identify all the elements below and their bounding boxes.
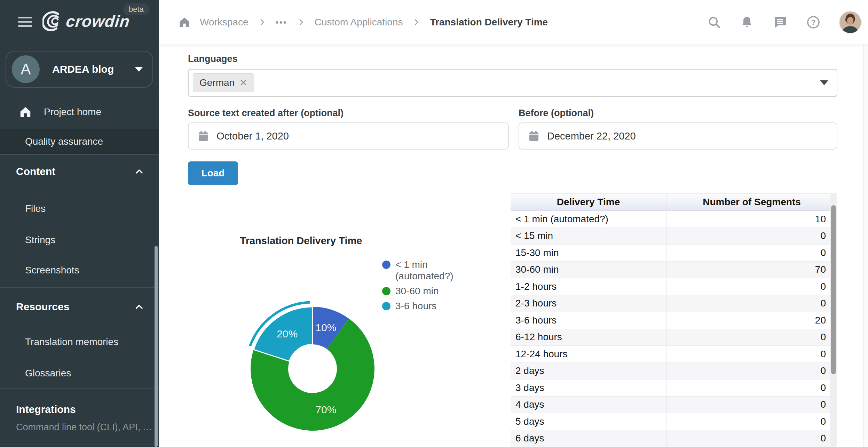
cell-number-of-segments: 0: [666, 380, 837, 396]
table-row[interactable]: 3 days0: [511, 380, 837, 397]
menu-icon[interactable]: [18, 17, 32, 27]
legend-label: 30-60 min: [395, 285, 439, 297]
table-row[interactable]: 30-60 min70: [511, 262, 837, 279]
chevron-right-icon: [297, 18, 306, 27]
sidebar-item-translation-memories[interactable]: Translation memories: [0, 328, 159, 356]
legend-item[interactable]: 30-60 min: [382, 285, 497, 297]
before-date-value: December 22, 2020: [547, 130, 636, 142]
breadcrumb-ellipsis[interactable]: •••: [276, 17, 287, 27]
sidebar-section-resources[interactable]: Resources: [0, 289, 159, 324]
svg-text:?: ?: [811, 18, 816, 27]
chevron-right-icon: [412, 18, 421, 27]
calendar-icon: [198, 130, 209, 142]
breadcrumb: Workspace ••• Custom Applications Transl…: [178, 0, 548, 45]
chat-icon[interactable]: [773, 15, 787, 30]
table-scrollbar-thumb[interactable]: [831, 205, 836, 374]
cell-delivery-time: 3-6 hours: [511, 312, 666, 329]
cell-delivery-time: < 15 min: [511, 228, 666, 245]
main-content: Languages German✕ Source text created af…: [159, 45, 868, 447]
before-date-label: Before (optional): [519, 108, 594, 119]
table-row[interactable]: < 1 min (automated?)10: [511, 211, 837, 228]
table-row[interactable]: 12-24 hours0: [511, 346, 837, 363]
table-row[interactable]: 4 days0: [511, 397, 837, 414]
table-header: Delivery Time Number of Segments: [511, 193, 837, 211]
crowdin-logo[interactable]: crowdin: [42, 10, 130, 32]
cell-delivery-time: 30-60 min: [511, 262, 666, 278]
cell-delivery-time: 1-2 hours: [511, 278, 666, 295]
legend-item[interactable]: 3-6 hours: [382, 300, 497, 312]
sidebar-section-integrations[interactable]: Integrations: [0, 392, 159, 427]
breadcrumb-custom-applications[interactable]: Custom Applications: [315, 17, 403, 28]
column-header-number-of-segments[interactable]: Number of Segments: [666, 194, 837, 210]
bell-icon[interactable]: [740, 15, 754, 29]
caret-down-icon: [135, 67, 143, 72]
table-row[interactable]: 15-30 min0: [511, 245, 837, 262]
cell-number-of-segments: 0: [666, 295, 837, 312]
cell-number-of-segments: 0: [666, 278, 837, 295]
cell-delivery-time: 6 days: [511, 430, 666, 447]
language-chips: German✕: [189, 73, 254, 92]
sidebar-item-strings[interactable]: Strings: [0, 226, 159, 254]
cell-delivery-time: 2 days: [511, 363, 666, 380]
cell-number-of-segments: 0: [666, 413, 837, 430]
table-row[interactable]: 6 days0: [511, 430, 837, 447]
table-scrollbar-track[interactable]: [830, 193, 837, 447]
legend-dot-icon: [382, 287, 390, 295]
divider: [0, 287, 159, 288]
languages-select[interactable]: German✕: [188, 69, 837, 97]
calendar-icon: [528, 130, 539, 142]
cell-delivery-time: < 1 min (automated?): [511, 211, 666, 228]
sidebar-item-quality-assurance[interactable]: Quality assurance: [0, 129, 159, 154]
project-selector[interactable]: A ARDEA blog: [6, 51, 153, 88]
sidebar-item-project-home[interactable]: Project home: [0, 95, 159, 129]
crowdin-logo-mark: [42, 10, 64, 32]
cell-number-of-segments: 10: [666, 211, 837, 228]
legend-item[interactable]: < 1 min(automated?): [382, 259, 497, 282]
table-row[interactable]: < 15 min0: [511, 228, 837, 245]
legend-dot-icon: [382, 261, 390, 269]
sidebar-section-content[interactable]: Content: [0, 154, 159, 189]
chevron-up-icon: [134, 301, 145, 312]
chevron-up-icon: [134, 166, 145, 177]
app-window: beta crowdin A ARDEA blog: [0, 0, 868, 447]
help-icon[interactable]: ?: [806, 15, 821, 30]
segments-table: Delivery Time Number of Segments < 1 min…: [511, 193, 837, 447]
after-date-input[interactable]: October 1, 2020: [188, 122, 509, 150]
donut-chart[interactable]: 10%70%20%: [239, 296, 386, 442]
breadcrumb-current-page: Translation Delivery Time: [430, 17, 548, 28]
table-row[interactable]: 2 days0: [511, 363, 837, 380]
table-row[interactable]: 2-3 hours0: [511, 295, 837, 312]
before-date-input[interactable]: December 22, 2020: [519, 122, 837, 150]
slice-percent-label: 20%: [277, 328, 298, 340]
table-row[interactable]: 3-6 hours20: [511, 312, 837, 329]
table-row[interactable]: 1-2 hours0: [511, 278, 837, 295]
load-button[interactable]: Load: [188, 161, 238, 185]
language-chip: German✕: [193, 73, 254, 92]
sidebar-scrollbar[interactable]: [155, 246, 158, 447]
sidebar-item-files[interactable]: Files: [0, 195, 159, 223]
sidebar-item-screenshots[interactable]: Screenshots: [0, 256, 159, 284]
cell-number-of-segments: 0: [666, 397, 837, 413]
breadcrumb-workspace[interactable]: Workspace: [200, 17, 248, 28]
sidebar-top: beta crowdin: [0, 0, 159, 45]
cell-delivery-time: 4 days: [511, 397, 666, 413]
user-avatar[interactable]: [839, 11, 861, 33]
section-label: Content: [16, 166, 55, 177]
languages-label: Languages: [188, 54, 238, 64]
sidebar-item-label: Translation memories: [25, 336, 118, 348]
search-icon[interactable]: [707, 15, 721, 29]
page-scrollbar[interactable]: [863, 45, 868, 447]
slice-percent-label: 10%: [315, 322, 336, 333]
home-icon[interactable]: [178, 16, 191, 29]
section-label: Resources: [16, 301, 69, 313]
cell-number-of-segments: 0: [666, 329, 837, 346]
divider: [0, 445, 159, 445]
column-header-delivery-time[interactable]: Delivery Time: [511, 194, 666, 210]
table-row[interactable]: 5 days0: [511, 413, 837, 430]
cell-delivery-time: 2-3 hours: [511, 295, 666, 312]
integrations-subtitle: Command line tool (CLI), API, …: [16, 422, 152, 433]
close-icon[interactable]: ✕: [239, 78, 247, 88]
table-row[interactable]: 6-12 hours0: [511, 329, 837, 346]
sidebar-item-glossaries[interactable]: Glossaries: [0, 359, 159, 387]
home-icon: [19, 105, 32, 119]
